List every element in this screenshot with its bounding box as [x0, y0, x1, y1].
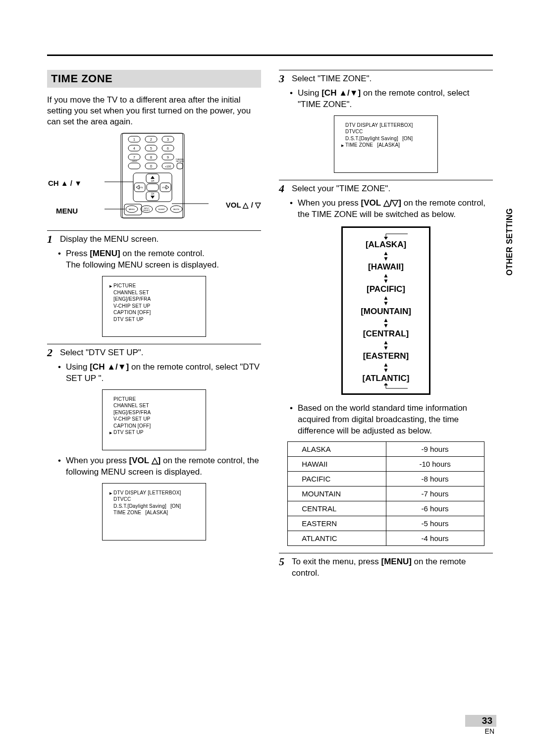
tz-flow-item: [PACIFIC]: [346, 284, 426, 294]
svg-text:1: 1: [133, 138, 135, 141]
table-cell-zone: MOUNTAIN: [288, 486, 386, 501]
intro-text: If you move the TV to a different area a…: [47, 95, 261, 127]
step-num-3: 3: [279, 73, 289, 84]
svg-marker-31: [151, 176, 155, 179]
table-cell-zone: EASTERN: [288, 516, 386, 531]
step-4-sub1: • When you press [VOL △/▽] on the remote…: [290, 198, 493, 220]
svg-rect-14: [177, 163, 183, 169]
svg-text:RETURN: RETURN: [176, 161, 184, 162]
table-row: HAWAII-10 hours: [288, 457, 484, 472]
svg-text:MENU: MENU: [129, 208, 135, 211]
step-1: 1 Display the MENU screen.: [47, 234, 261, 245]
up-down-arrow-icon: ▼: [346, 256, 426, 262]
menu-screen-dtv-sub: ▶DTV DISPLAY [LETTERBOX]DTVCCD.S.T.[Dayl…: [102, 483, 206, 540]
step-3: 3 Select "TIME ZONE".: [279, 73, 493, 85]
svg-text:9: 9: [167, 156, 169, 159]
step-2-sub1: • Using [CH ▲/▼] on the remote control, …: [58, 362, 261, 384]
svg-text:0: 0: [150, 164, 152, 168]
timezone-flow: [ALASKA]▲▼[HAWAII]▲▼[PACIFIC]▲▼[MOUNTAIN…: [341, 226, 430, 395]
svg-text:7: 7: [133, 156, 135, 159]
tz-flow-item: [HAWAII]: [346, 262, 426, 272]
up-down-arrow-icon: ▼: [346, 345, 426, 351]
table-row: MOUNTAIN-7 hours: [288, 486, 484, 501]
step-4: 4 Select your "TIME ZONE".: [279, 183, 493, 195]
svg-marker-56: [384, 237, 388, 240]
menu-line: CHANNEL SET: [109, 289, 199, 296]
svg-text:5: 5: [150, 147, 152, 150]
svg-text:8: 8: [150, 156, 152, 159]
table-cell-offset: -10 hours: [386, 457, 484, 472]
step-num-1: 1: [47, 234, 57, 245]
table-row: EASTERN-5 hours: [288, 516, 484, 531]
svg-text:SELECT: SELECT: [143, 210, 151, 212]
svg-text:–/ENT.: –/ENT.: [131, 160, 138, 162]
step-2-headline: Select "DTV SET UP".: [60, 347, 261, 359]
tz-flow-item: [ALASKA]: [346, 240, 426, 250]
svg-text:MUTE: MUTE: [173, 208, 179, 211]
table-cell-zone: ATLANTIC: [288, 531, 386, 546]
svg-text:SLEEP: SLEEP: [158, 208, 165, 211]
page-lang: EN: [465, 727, 496, 735]
side-tab: OTHER SETTING: [505, 208, 514, 275]
table-cell-offset: -5 hours: [386, 516, 484, 531]
table-cell-offset: -6 hours: [386, 501, 484, 516]
table-row: PACIFIC-8 hours: [288, 472, 484, 486]
menu-line: PICTURE: [109, 396, 199, 403]
svg-text:2: 2: [150, 138, 152, 141]
menu-line: D.S.T.[Daylight Saving] [ON]: [341, 135, 430, 142]
step-3-sub: • Using [CH ▲/▼] on the remote control, …: [290, 88, 493, 110]
remote-menu-label: MENU: [56, 207, 78, 215]
menu-line: V-CHIP SET UP: [109, 416, 199, 423]
menu-line: DTVCC: [341, 128, 430, 135]
menu-screen-dtv-sub-tz: DTV DISPLAY [LETTERBOX]DTVCCD.S.T.[Dayli…: [334, 115, 438, 173]
menu-line: TIME ZONE [ALASKA]: [109, 509, 199, 516]
table-row: CENTRAL-6 hours: [288, 501, 484, 516]
step-1-sub: • Press [MENU] on the remote control.The…: [58, 248, 261, 271]
svg-rect-0: [121, 133, 184, 218]
svg-text:3: 3: [167, 138, 169, 141]
menu-line: ▶PICTURE: [109, 282, 199, 289]
up-down-arrow-icon: ▼: [346, 367, 426, 373]
svg-text:CH: CH: [151, 193, 155, 195]
remote-svg: 1 2 3 4 5 6 7 8 9 –/ENT. 0 +100 CHANNEL …: [105, 132, 209, 219]
menu-line: V-CHIP SET UP: [109, 303, 199, 310]
svg-marker-40: [166, 185, 169, 189]
svg-text:4: 4: [133, 147, 135, 150]
step-num-2: 2: [47, 347, 57, 358]
step-2-sub2: • When you press [VOL △] on the remote c…: [58, 455, 261, 478]
tz-flow-item: [MOUNTAIN]: [346, 307, 426, 317]
step-4-headline: Select your "TIME ZONE".: [292, 183, 493, 195]
svg-text:VOL: VOL: [139, 186, 144, 189]
remote-ch-label: CH ▲ / ▼: [48, 179, 82, 187]
tz-flow-item: [EASTERN]: [346, 351, 426, 361]
tz-flow-item: [ATLANTIC]: [346, 374, 426, 383]
table-cell-offset: -4 hours: [386, 531, 484, 546]
menu-line: ▶DTV SET UP: [109, 429, 199, 436]
section-header: TIME ZONE: [47, 70, 261, 88]
left-column: TIME ZONE If you move the TV to a differ…: [47, 70, 261, 582]
menu-line: [ENG]/ESP/FRA: [109, 409, 199, 416]
up-down-arrow-icon: ▼: [346, 278, 426, 284]
svg-marker-57: [384, 383, 388, 385]
remote-vol-label: VOL △ / ▽: [226, 201, 261, 210]
step-num-4: 4: [279, 183, 289, 194]
menu-screen-main: ▶PICTURECHANNEL SET[ENG]/ESP/FRAV-CHIP S…: [102, 276, 206, 337]
step-3-headline: Select "TIME ZONE".: [292, 73, 493, 85]
table-row: ATLANTIC-4 hours: [288, 531, 484, 546]
tz-flow-item: [CENTRAL]: [346, 329, 426, 339]
offset-table: ALASKA-9 hoursHAWAII-10 hoursPACIFIC-8 h…: [287, 441, 484, 546]
svg-rect-42: [147, 184, 159, 191]
menu-line: ▶DTV DISPLAY [LETTERBOX]: [109, 489, 199, 496]
right-column: 3 Select "TIME ZONE". • Using [CH ▲/▼] o…: [279, 70, 493, 582]
menu-line: DTV SET UP: [109, 316, 199, 323]
svg-text:6: 6: [167, 147, 169, 150]
remote-illustration: CH ▲ / ▼ MENU VOL △ / ▽: [47, 132, 261, 221]
table-cell-zone: CENTRAL: [288, 501, 386, 516]
table-cell-offset: -9 hours: [386, 442, 484, 457]
menu-line: ▶TIME ZONE [ALASKA]: [341, 142, 430, 149]
svg-text:VOL: VOL: [162, 186, 166, 189]
step-num-5: 5: [279, 556, 289, 567]
menu-line: CAPTION [OFF]: [109, 423, 199, 430]
menu-line: DTV DISPLAY [LETTERBOX]: [341, 122, 430, 129]
menu-line: D.S.T.[Daylight Saving] [ON]: [109, 503, 199, 510]
